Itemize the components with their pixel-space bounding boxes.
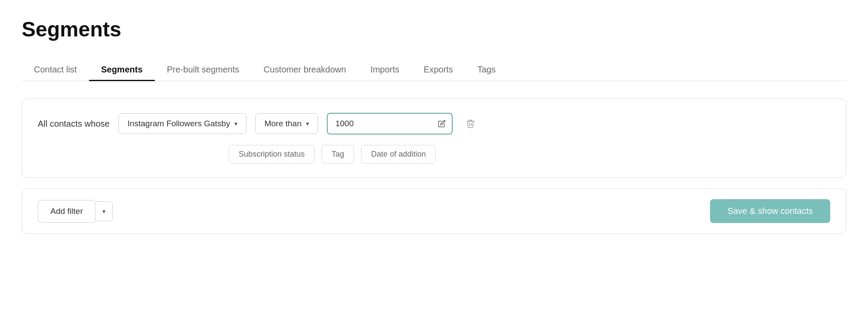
tabs-bar: Contact list Segments Pre-built segments…: [22, 59, 846, 81]
chip-subscription-status[interactable]: Subscription status: [229, 145, 315, 164]
edit-value-button[interactable]: [432, 115, 452, 132]
content-area: All contacts whose Instagram Followers G…: [22, 94, 846, 238]
chip-date-of-addition[interactable]: Date of addition: [361, 145, 436, 164]
chip-tag[interactable]: Tag: [322, 145, 354, 164]
value-input-wrapper: [327, 113, 453, 135]
add-filter-chevron-button[interactable]: ▾: [95, 201, 113, 221]
trash-icon: [466, 119, 475, 128]
condition-dropdown-chevron-icon: ▾: [306, 120, 309, 127]
field-dropdown[interactable]: Instagram Followers Gatsby ▾: [118, 113, 247, 134]
add-filter-button[interactable]: Add filter: [38, 200, 95, 223]
tab-imports[interactable]: Imports: [358, 59, 411, 81]
save-show-contacts-button[interactable]: Save & show contacts: [710, 199, 830, 223]
tab-customer-breakdown[interactable]: Customer breakdown: [251, 59, 358, 81]
value-input[interactable]: [328, 114, 432, 134]
tab-tags[interactable]: Tags: [465, 59, 508, 81]
add-filter-group: Add filter ▾: [38, 200, 113, 223]
chips-row: Subscription status Tag Date of addition: [229, 145, 830, 164]
tab-exports[interactable]: Exports: [411, 59, 465, 81]
condition-dropdown[interactable]: More than ▾: [255, 113, 318, 134]
field-dropdown-value: Instagram Followers Gatsby: [128, 119, 230, 128]
all-contacts-label: All contacts whose: [38, 119, 110, 129]
bottom-actions-card: Add filter ▾ Save & show contacts: [22, 188, 846, 234]
condition-dropdown-value: More than: [264, 119, 302, 128]
tab-contact-list[interactable]: Contact list: [22, 59, 89, 81]
add-filter-chevron-icon: ▾: [102, 208, 105, 215]
field-dropdown-chevron-icon: ▾: [234, 120, 237, 127]
tab-pre-built-segments[interactable]: Pre-built segments: [155, 59, 252, 81]
filter-card: All contacts whose Instagram Followers G…: [22, 98, 846, 178]
filter-row: All contacts whose Instagram Followers G…: [38, 113, 830, 135]
page-container: Segments Contact list Segments Pre-built…: [0, 0, 868, 256]
tab-segments[interactable]: Segments: [89, 59, 155, 81]
pencil-icon: [438, 120, 446, 128]
delete-filter-button[interactable]: [461, 115, 480, 133]
page-title: Segments: [22, 17, 846, 41]
